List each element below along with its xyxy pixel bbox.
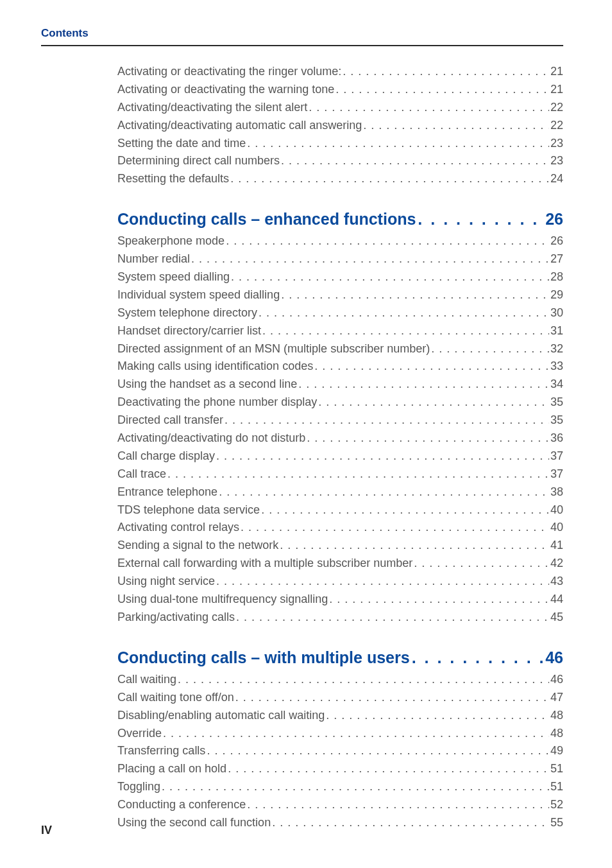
toc-entry[interactable]: Using the handset as a second line34 bbox=[117, 376, 563, 394]
toc-entry[interactable]: Call trace 37 bbox=[117, 465, 563, 483]
dot-leader bbox=[236, 609, 549, 627]
toc-entry-page: 35 bbox=[550, 412, 563, 430]
toc-entry[interactable]: Directed call transfer 35 bbox=[117, 412, 563, 430]
toc-entry-page: 30 bbox=[550, 304, 563, 322]
toc-entry-page: 21 bbox=[550, 63, 563, 81]
dot-leader bbox=[247, 796, 549, 814]
toc-entry-page: 28 bbox=[550, 268, 563, 286]
toc-entry-page: 22 bbox=[550, 99, 563, 117]
dot-leader bbox=[235, 689, 549, 707]
toc-entry-page: 37 bbox=[550, 465, 563, 483]
toc-entry[interactable]: Conducting a conference52 bbox=[117, 796, 563, 814]
toc-entry-page: 46 bbox=[550, 671, 563, 689]
toc-entry-page: 34 bbox=[550, 376, 563, 394]
page-number: IV bbox=[41, 824, 52, 837]
toc-entry[interactable]: Setting the date and time23 bbox=[117, 135, 563, 153]
dot-leader bbox=[261, 501, 549, 519]
toc-entry[interactable]: Call waiting tone off/on 47 bbox=[117, 689, 563, 707]
toc-entry[interactable]: Speakerphone mode26 bbox=[117, 232, 563, 250]
toc-entry[interactable]: Making calls using identification codes3… bbox=[117, 358, 563, 376]
toc-entry[interactable]: TDS telephone data service40 bbox=[117, 501, 563, 519]
toc-entry[interactable]: Activating/deactivating the silent alert… bbox=[117, 99, 563, 117]
dot-leader bbox=[414, 555, 549, 573]
page-header: Contents bbox=[0, 27, 612, 46]
dot-leader bbox=[281, 152, 549, 170]
toc-entry[interactable]: System telephone directory 30 bbox=[117, 304, 563, 322]
toc-entry[interactable]: Activating/deactivating do not disturb36 bbox=[117, 430, 563, 447]
toc-entry[interactable]: Activating or deactivating the warning t… bbox=[117, 81, 563, 99]
toc-section-title: Conducting calls – enhanced functions bbox=[117, 210, 416, 229]
toc-entry-title: Number redial bbox=[117, 250, 190, 268]
toc-entry-title: Activating/deactivating do not disturb bbox=[117, 430, 305, 447]
toc-entry[interactable]: Transferring calls49 bbox=[117, 742, 563, 760]
toc-entry[interactable]: Toggling51 bbox=[117, 778, 563, 796]
toc-entry[interactable]: Handset directory/carrier list 31 bbox=[117, 322, 563, 340]
toc-entry[interactable]: System speed dialling28 bbox=[117, 268, 563, 286]
toc-entry-page: 27 bbox=[550, 250, 563, 268]
toc-entry[interactable]: Resetting the defaults24 bbox=[117, 170, 563, 188]
toc-entry[interactable]: Activating/deactivating automatic call a… bbox=[117, 117, 563, 135]
toc-entry-page: 35 bbox=[550, 394, 563, 412]
dot-leader bbox=[191, 250, 549, 268]
toc-entry-title: Using dual-tone multifrequency signallin… bbox=[117, 591, 328, 609]
toc-section-heading[interactable]: Conducting calls – with multiple users46 bbox=[117, 648, 563, 667]
toc-entry[interactable]: Using dual-tone multifrequency signallin… bbox=[117, 591, 563, 609]
toc-entry[interactable]: Parking/activating calls45 bbox=[117, 609, 563, 627]
header-label: Contents bbox=[41, 27, 563, 40]
dot-leader bbox=[178, 671, 549, 689]
toc-entry-page: 22 bbox=[550, 117, 563, 135]
toc-entry-title: Override bbox=[117, 725, 162, 743]
toc-entry[interactable]: Activating or deactivating the ringer vo… bbox=[117, 63, 563, 81]
toc-section-page: 46 bbox=[545, 648, 563, 667]
toc-entry[interactable]: Deactivating the phone number display 35 bbox=[117, 394, 563, 412]
toc-entry-title: Using the second call function bbox=[117, 814, 271, 832]
dot-leader bbox=[431, 340, 549, 358]
toc-entry-title: Call trace bbox=[117, 465, 166, 483]
toc-entry-page: 52 bbox=[550, 796, 563, 814]
toc-entry[interactable]: Disabling/enabling automatic call waitin… bbox=[117, 707, 563, 725]
toc-entry[interactable]: Directed assignment of an MSN (multiple … bbox=[117, 340, 563, 358]
toc-entry[interactable]: Using the second call function 55 bbox=[117, 814, 563, 832]
toc-entry[interactable]: Entrance telephone38 bbox=[117, 483, 563, 501]
toc-entry-page: 42 bbox=[550, 555, 563, 573]
dot-leader bbox=[225, 412, 549, 430]
toc-entry-page: 32 bbox=[550, 340, 563, 358]
toc-entry[interactable]: Sending a signal to the network 41 bbox=[117, 537, 563, 555]
toc-entry-page: 44 bbox=[550, 591, 563, 609]
toc-entry[interactable]: Call waiting 46 bbox=[117, 671, 563, 689]
toc-entry[interactable]: External call forwarding with a multiple… bbox=[117, 555, 563, 573]
toc-section-heading[interactable]: Conducting calls – enhanced functions 26 bbox=[117, 210, 563, 229]
toc-entry[interactable]: Activating control relays 40 bbox=[117, 519, 563, 537]
toc-entry-page: 23 bbox=[550, 152, 563, 170]
toc-entry-title: System speed dialling bbox=[117, 268, 230, 286]
toc-entry-title: Toggling bbox=[117, 778, 160, 796]
dot-leader bbox=[326, 707, 549, 725]
toc-entry-page: 38 bbox=[550, 483, 563, 501]
toc-entry[interactable]: Override48 bbox=[117, 725, 563, 743]
dot-leader bbox=[216, 447, 549, 465]
toc-block: Activating or deactivating the ringer vo… bbox=[117, 63, 563, 188]
dot-leader bbox=[219, 483, 549, 501]
toc-entry-page: 51 bbox=[550, 760, 563, 778]
toc-entry[interactable]: Call charge display37 bbox=[117, 447, 563, 465]
toc-block: Conducting calls – with multiple users46… bbox=[117, 648, 563, 832]
toc-entry[interactable]: Number redial 27 bbox=[117, 250, 563, 268]
toc-entry-title: Activating/deactivating the silent alert bbox=[117, 99, 307, 117]
dot-leader bbox=[281, 286, 549, 304]
toc-entry-title: Activating/deactivating automatic call a… bbox=[117, 117, 362, 135]
toc-entry-title: Call waiting tone off/on bbox=[117, 689, 234, 707]
toc-entry-title: Resetting the defaults bbox=[117, 170, 229, 188]
toc-entry[interactable]: Placing a call on hold51 bbox=[117, 760, 563, 778]
dot-leader bbox=[226, 232, 549, 250]
toc-entry-page: 33 bbox=[550, 358, 563, 376]
page: Contents Activating or deactivating the … bbox=[0, 0, 612, 868]
toc-entry-title: Conducting a conference bbox=[117, 796, 246, 814]
toc-entry[interactable]: Determining direct call numbers23 bbox=[117, 152, 563, 170]
toc-entry[interactable]: Using night service 43 bbox=[117, 573, 563, 591]
toc-entry-page: 24 bbox=[550, 170, 563, 188]
dot-leader bbox=[309, 99, 549, 117]
dot-leader bbox=[318, 394, 549, 412]
dot-leader bbox=[228, 760, 549, 778]
toc-entry[interactable]: Individual system speed dialling 29 bbox=[117, 286, 563, 304]
toc-entry-page: 26 bbox=[550, 232, 563, 250]
